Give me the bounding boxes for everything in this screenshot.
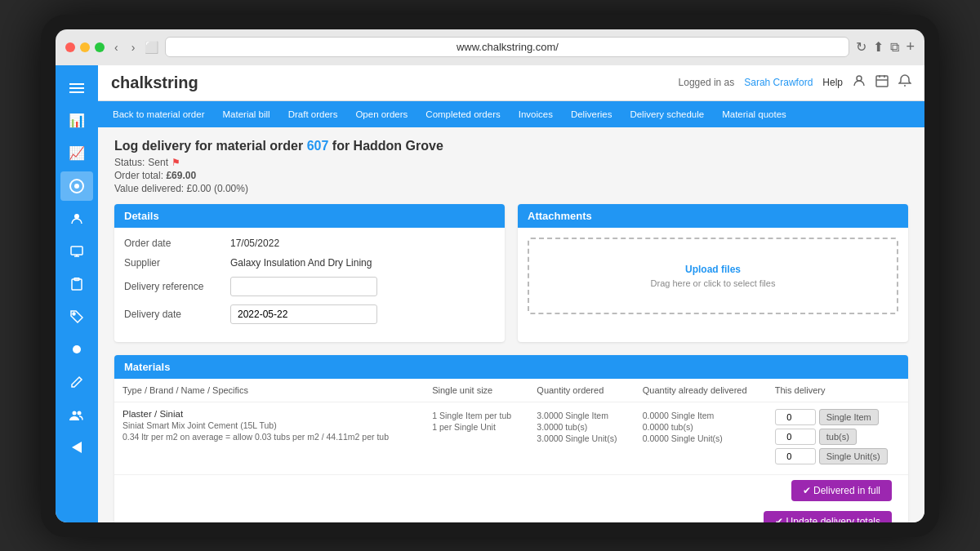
sidebar-icon-group[interactable] (60, 400, 93, 429)
qty-ordered-2: 3.0000 tub(s) (537, 422, 626, 432)
delivery-qty-label-1: Single Item (819, 409, 879, 425)
nav-back-material-order[interactable]: Back to material order (105, 106, 213, 122)
qty-delivered-cell: 0.0000 Single Item 0.0000 tub(s) 0.0000 … (635, 402, 767, 474)
upload-title: Upload files (554, 264, 872, 275)
bell-icon[interactable] (898, 74, 911, 91)
sidebar-icon-clipboard[interactable] (60, 269, 93, 299)
nav-deliveries[interactable]: Deliveries (563, 106, 621, 122)
delivery-input-row-2: tub(s) (775, 429, 900, 445)
delivered-in-full-button[interactable]: ✔ Delivered in full (791, 480, 892, 501)
svg-point-10 (73, 411, 77, 415)
value-delivered: Value delivered: £0.00 (0.00%) (114, 183, 908, 194)
order-total: Order total: £69.00 (114, 170, 908, 181)
materials-table: Type / Brand / Name / Specifics Single u… (114, 379, 908, 475)
supplier-value: Galaxy Insulation And Dry Lining (230, 257, 372, 269)
col-header-type: Type / Brand / Name / Specifics (114, 379, 424, 402)
svg-point-13 (857, 76, 862, 81)
maximize-button[interactable] (95, 42, 105, 52)
share-button[interactable]: ⬆ (873, 39, 884, 55)
title-prefix: Log delivery for material order (114, 139, 303, 153)
this-delivery-cell: Single Item tub(s) Single Unit(s) (767, 402, 908, 474)
nav-delivery-schedule[interactable]: Delivery schedule (621, 106, 712, 122)
table-row: Plaster / Siniat Siniat Smart Mix Joint … (114, 402, 908, 474)
sidebar-icon-dot[interactable] (60, 335, 93, 364)
order-number-val: 607 (307, 139, 329, 153)
refresh-button[interactable]: ↻ (856, 39, 866, 55)
sidebar-icon-users[interactable] (60, 204, 93, 233)
address-bar[interactable] (165, 37, 849, 57)
col-header-unit-size: Single unit size (424, 379, 528, 402)
sidebar-icon-active[interactable] (60, 171, 93, 201)
qty-delivered-2: 0.0000 tub(s) (643, 422, 759, 432)
svg-marker-12 (72, 442, 82, 453)
forward-button[interactable]: › (128, 39, 139, 56)
sidebar-icon-dashboard[interactable]: 📊 (60, 106, 93, 136)
title-for: for (332, 139, 354, 153)
nav-material-quotes[interactable]: Material quotes (714, 106, 795, 122)
delivery-date-row: Delivery date (124, 304, 495, 324)
svg-point-9 (73, 345, 81, 353)
qty-delivered-1: 0.0000 Single Item (643, 411, 759, 420)
delivery-qty-input-3[interactable] (775, 448, 816, 464)
sidebar-icon-screen[interactable] (60, 237, 93, 266)
product-detail-2: 0.34 ltr per m2 on average = allow 0.03 … (122, 432, 416, 442)
delivery-reference-input[interactable] (230, 277, 377, 296)
top-header: chalkstring Logged in as Sarah Crawford … (98, 65, 924, 101)
details-card-header: Details (114, 204, 505, 228)
delivery-qty-input-2[interactable] (775, 429, 816, 445)
delivery-reference-row: Delivery reference (124, 277, 495, 296)
materials-card: Materials Type / Brand / Name / Specific… (114, 355, 908, 522)
qty-ordered-1: 3.0000 Single Item (537, 411, 626, 420)
status-value: Sent (148, 157, 168, 168)
product-cell: Plaster / Siniat Siniat Smart Mix Joint … (114, 402, 424, 474)
logged-in-label: Logged in as (679, 77, 735, 88)
tab-view-button[interactable]: ⬜ (145, 41, 158, 54)
delivery-input-row-3: Single Unit(s) (775, 448, 900, 464)
qty-delivered-3: 0.0000 Single Unit(s) (643, 433, 759, 443)
sidebar-icon-analytics[interactable]: 📈 (60, 139, 93, 168)
close-button[interactable] (65, 42, 75, 52)
svg-rect-14 (876, 76, 888, 87)
nav-completed-orders[interactable]: Completed orders (417, 106, 508, 122)
unit-size-line2: 1 per Single Unit (432, 422, 520, 432)
product-name: Plaster / Siniat (122, 409, 416, 419)
traffic-lights (65, 42, 105, 52)
hamburger-menu[interactable] (60, 73, 93, 103)
duplicate-button[interactable]: ⧉ (890, 39, 899, 55)
qty-ordered-3: 3.0000 Single Unit(s) (537, 433, 626, 443)
status-row: Status: Sent ⚑ (114, 157, 908, 168)
svg-point-1 (74, 184, 79, 189)
status-warning-icon: ⚑ (172, 157, 180, 168)
sidebar-icon-tag[interactable] (60, 302, 93, 331)
svg-point-2 (74, 214, 79, 219)
sidebar-icon-edit[interactable] (60, 367, 93, 397)
delivery-reference-label: Delivery reference (124, 281, 230, 292)
upload-subtitle: Drag here or click to select files (554, 278, 872, 288)
order-date-value: 17/05/2022 (230, 238, 279, 249)
back-button[interactable]: ‹ (111, 39, 122, 56)
delivery-date-input[interactable] (230, 304, 377, 324)
delivery-qty-input-1[interactable] (775, 409, 816, 425)
svg-point-11 (78, 411, 82, 415)
status-label: Status: (114, 157, 145, 168)
nav-invoices[interactable]: Invoices (510, 106, 561, 122)
update-delivery-totals-button[interactable]: ✔ Update delivery totals (764, 511, 892, 522)
new-tab-button[interactable]: + (906, 38, 915, 56)
delivery-date-label: Delivery date (124, 309, 230, 320)
user-icon[interactable] (853, 74, 866, 91)
sidebar-icon-back[interactable] (60, 433, 93, 462)
nav-bar: Back to material order Material bill Dra… (98, 101, 924, 127)
col-header-qty-delivered: Quantity already delivered (635, 379, 767, 402)
minimize-button[interactable] (80, 42, 90, 52)
nav-open-orders[interactable]: Open orders (347, 106, 416, 122)
calendar-icon[interactable] (875, 74, 889, 91)
help-link[interactable]: Help (822, 77, 843, 88)
nav-draft-orders[interactable]: Draft orders (280, 106, 346, 122)
user-name-link[interactable]: Sarah Crawford (744, 77, 813, 88)
materials-card-header: Materials (114, 355, 908, 379)
delivery-qty-label-3: Single Unit(s) (819, 448, 888, 464)
nav-material-bill[interactable]: Material bill (215, 106, 278, 122)
upload-area[interactable]: Upload files Drag here or click to selec… (528, 238, 898, 314)
attachments-card-header: Attachments (518, 204, 908, 228)
delivery-qty-label-2: tub(s) (819, 429, 857, 445)
